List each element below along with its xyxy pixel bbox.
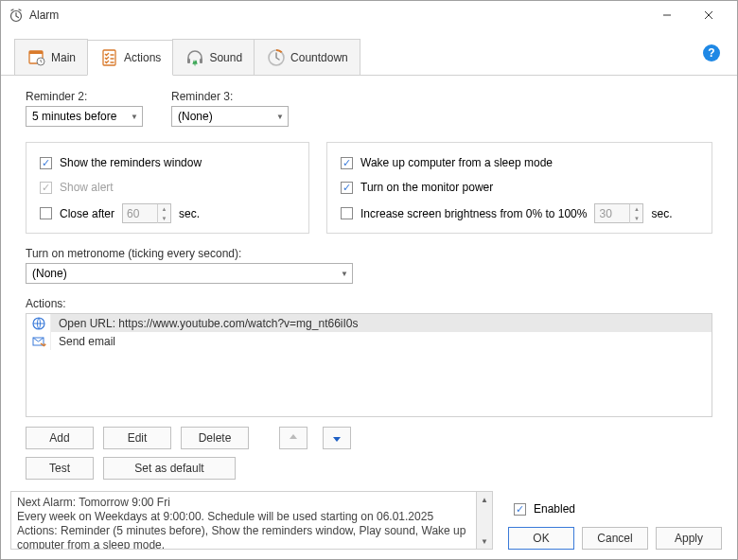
brightness-label: Increase screen brightness from 0% to 10…	[360, 207, 587, 220]
scroll-up-icon[interactable]: ▲	[477, 492, 492, 507]
actions-list[interactable]: Open URL: https://www.youtube.com/watch?…	[26, 313, 712, 417]
scroll-track[interactable]	[477, 507, 492, 534]
tab-bar: Main Actions Sound Countdown	[1, 29, 737, 76]
brightness-checkbox[interactable]: Increase screen brightness from 0% to 10…	[341, 205, 587, 222]
tab-main-label: Main	[51, 51, 76, 64]
close-button[interactable]	[688, 2, 729, 28]
svg-rect-6	[200, 59, 202, 63]
minimize-button[interactable]	[646, 2, 688, 28]
add-button[interactable]: Add	[26, 427, 94, 449]
email-icon	[26, 332, 51, 350]
show-reminders-label: Show the reminders window	[60, 156, 202, 169]
set-default-button[interactable]: Set as default	[103, 457, 236, 480]
calendar-icon	[26, 47, 47, 68]
window-title: Alarm	[29, 9, 59, 22]
spin-down-icon[interactable]: ▼	[158, 214, 170, 223]
monitor-label: Turn on the monitor power	[360, 181, 493, 194]
test-button[interactable]: Test	[26, 457, 94, 480]
tab-actions-label: Actions	[124, 51, 161, 64]
reminder2-combo[interactable]: 5 minutes before ▼	[26, 106, 143, 127]
sec-label: sec.	[179, 207, 200, 220]
monitor-checkbox[interactable]: Turn on the monitor power	[341, 179, 698, 196]
show-reminders-checkbox[interactable]: Show the reminders window	[40, 154, 295, 171]
enabled-checkbox[interactable]: Enabled	[514, 500, 728, 517]
svg-rect-2	[29, 51, 43, 54]
show-alert-checkbox: Show alert	[40, 179, 295, 196]
action-row[interactable]: Send email	[26, 332, 712, 350]
reminder3-label: Reminder 3:	[171, 90, 289, 103]
reminder2-field: Reminder 2: 5 minutes before ▼	[26, 90, 143, 127]
spin-down-icon[interactable]: ▼	[630, 214, 642, 223]
action-row[interactable]: Open URL: https://www.youtube.com/watch?…	[26, 314, 712, 332]
tab-sound-label: Sound	[209, 51, 242, 64]
checklist-icon	[99, 47, 120, 68]
svg-rect-5	[187, 59, 190, 63]
tab-sound[interactable]: Sound	[172, 39, 255, 75]
wake-checkbox[interactable]: Wake up computer from a sleep mode	[341, 154, 698, 171]
brightness-spinner[interactable]: 30 ▲▼	[594, 203, 643, 223]
sec-label: sec.	[651, 207, 672, 220]
globe-icon	[26, 314, 51, 332]
close-after-checkbox[interactable]: Close after	[40, 205, 114, 222]
reminder2-label: Reminder 2:	[26, 90, 143, 103]
chevron-down-icon: ▼	[341, 270, 348, 278]
action-text: Open URL: https://www.youtube.com/watch?…	[51, 317, 359, 330]
cancel-button[interactable]: Cancel	[582, 527, 648, 550]
chevron-down-icon: ▼	[276, 113, 284, 121]
wake-label: Wake up computer from a sleep mode	[360, 156, 553, 169]
spin-up-icon[interactable]: ▲	[630, 204, 642, 214]
tab-countdown[interactable]: Countdown	[254, 39, 360, 75]
close-after-value: 60	[123, 207, 157, 220]
metronome-combo[interactable]: (None) ▼	[26, 263, 353, 284]
tab-main[interactable]: Main	[14, 39, 88, 75]
scroll-down-icon[interactable]: ▼	[477, 534, 492, 549]
metronome-value: (None)	[32, 267, 67, 280]
metronome-label: Turn on metronome (ticking every second)…	[26, 247, 712, 260]
move-up-button[interactable]	[279, 427, 308, 449]
reminder3-combo[interactable]: (None) ▼	[171, 106, 289, 127]
reminder2-value: 5 minutes before	[32, 110, 116, 123]
chevron-down-icon: ▼	[131, 113, 138, 121]
reminder-display-panel: Show the reminders window Show alert Clo…	[26, 142, 309, 234]
close-after-label: Close after	[60, 207, 114, 220]
reminder3-field: Reminder 3: (None) ▼	[171, 90, 289, 127]
apply-button[interactable]: Apply	[656, 527, 722, 550]
reminder3-value: (None)	[178, 110, 213, 123]
power-panel: Wake up computer from a sleep mode Turn …	[326, 142, 712, 234]
move-down-button[interactable]	[323, 427, 351, 449]
action-text: Send email	[51, 335, 115, 348]
alarm-dialog: Alarm ? Main Actions Sound Countdown Rem…	[0, 0, 738, 560]
delete-button[interactable]: Delete	[181, 427, 249, 449]
ok-button[interactable]: OK	[508, 527, 574, 550]
tab-actions[interactable]: Actions	[87, 40, 173, 76]
edit-button[interactable]: Edit	[103, 427, 171, 449]
enabled-label: Enabled	[534, 502, 575, 516]
titlebar: Alarm	[1, 1, 737, 29]
summary-box: Next Alarm: Tomorrow 9:00 Fri Every week…	[10, 491, 493, 550]
headphones-icon	[184, 47, 205, 68]
countdown-icon	[266, 47, 287, 68]
summary-text: Next Alarm: Tomorrow 9:00 Fri Every week…	[11, 492, 476, 549]
close-after-spinner[interactable]: 60 ▲▼	[122, 203, 171, 223]
brightness-value: 30	[595, 207, 629, 220]
actions-label: Actions:	[26, 297, 712, 310]
show-alert-label: Show alert	[60, 181, 114, 194]
alarm-clock-icon	[9, 8, 24, 23]
tab-countdown-label: Countdown	[290, 51, 348, 64]
spin-up-icon[interactable]: ▲	[158, 204, 170, 214]
